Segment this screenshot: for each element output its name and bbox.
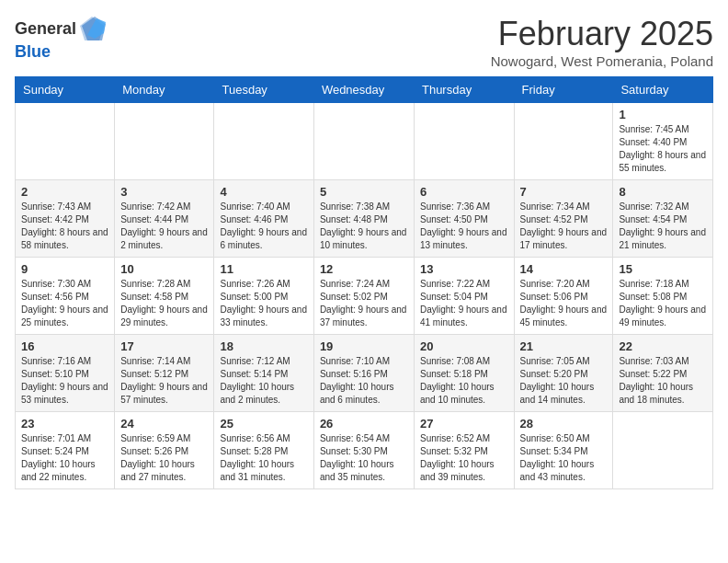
day-number: 3 bbox=[120, 185, 208, 199]
calendar-cell: 26Sunrise: 6:54 AM Sunset: 5:30 PM Dayli… bbox=[313, 412, 414, 489]
day-info: Sunrise: 6:59 AM Sunset: 5:26 PM Dayligh… bbox=[120, 432, 208, 484]
calendar-cell: 8Sunrise: 7:32 AM Sunset: 4:54 PM Daylig… bbox=[613, 180, 713, 258]
calendar-cell: 5Sunrise: 7:38 AM Sunset: 4:48 PM Daylig… bbox=[313, 180, 414, 258]
calendar-cell: 11Sunrise: 7:26 AM Sunset: 5:00 PM Dayli… bbox=[214, 258, 313, 335]
calendar-cell: 23Sunrise: 7:01 AM Sunset: 5:24 PM Dayli… bbox=[16, 412, 115, 489]
day-info: Sunrise: 7:20 AM Sunset: 5:06 PM Dayligh… bbox=[520, 278, 608, 329]
day-number: 14 bbox=[520, 262, 608, 276]
calendar-cell: 9Sunrise: 7:30 AM Sunset: 4:56 PM Daylig… bbox=[16, 258, 115, 335]
calendar-cell bbox=[214, 103, 313, 180]
day-info: Sunrise: 7:43 AM Sunset: 4:42 PM Dayligh… bbox=[21, 201, 108, 252]
day-number: 27 bbox=[420, 417, 508, 431]
day-number: 17 bbox=[120, 339, 208, 353]
col-header-sunday: Sunday bbox=[16, 77, 115, 103]
calendar-cell: 25Sunrise: 6:56 AM Sunset: 5:28 PM Dayli… bbox=[214, 412, 313, 489]
calendar-cell: 2Sunrise: 7:43 AM Sunset: 4:42 PM Daylig… bbox=[16, 180, 115, 258]
day-info: Sunrise: 7:01 AM Sunset: 5:24 PM Dayligh… bbox=[21, 432, 108, 484]
day-number: 21 bbox=[520, 339, 608, 353]
day-number: 15 bbox=[619, 262, 707, 276]
logo-text-general: General bbox=[15, 19, 76, 39]
calendar-cell bbox=[514, 103, 613, 180]
calendar-cell: 14Sunrise: 7:20 AM Sunset: 5:06 PM Dayli… bbox=[514, 258, 613, 335]
day-info: Sunrise: 7:36 AM Sunset: 4:50 PM Dayligh… bbox=[420, 201, 508, 252]
day-info: Sunrise: 7:05 AM Sunset: 5:20 PM Dayligh… bbox=[520, 355, 608, 407]
calendar-cell: 28Sunrise: 6:50 AM Sunset: 5:34 PM Dayli… bbox=[514, 412, 613, 489]
col-header-saturday: Saturday bbox=[613, 77, 713, 103]
calendar-week-0: 1Sunrise: 7:45 AM Sunset: 4:40 PM Daylig… bbox=[16, 103, 713, 180]
day-info: Sunrise: 6:50 AM Sunset: 5:34 PM Dayligh… bbox=[520, 432, 608, 484]
calendar-cell: 13Sunrise: 7:22 AM Sunset: 5:04 PM Dayli… bbox=[414, 258, 514, 335]
day-number: 22 bbox=[619, 339, 707, 353]
calendar-cell: 17Sunrise: 7:14 AM Sunset: 5:12 PM Dayli… bbox=[115, 335, 214, 412]
calendar-cell: 12Sunrise: 7:24 AM Sunset: 5:02 PM Dayli… bbox=[313, 258, 414, 335]
calendar-cell: 16Sunrise: 7:16 AM Sunset: 5:10 PM Dayli… bbox=[16, 335, 115, 412]
day-number: 11 bbox=[220, 262, 307, 276]
day-number: 20 bbox=[420, 339, 508, 353]
day-number: 12 bbox=[320, 262, 408, 276]
day-number: 4 bbox=[220, 185, 307, 199]
calendar-week-3: 16Sunrise: 7:16 AM Sunset: 5:10 PM Dayli… bbox=[16, 335, 713, 412]
col-header-wednesday: Wednesday bbox=[313, 77, 414, 103]
logo: General Blue bbox=[15, 15, 106, 62]
calendar-cell: 4Sunrise: 7:40 AM Sunset: 4:46 PM Daylig… bbox=[214, 180, 313, 258]
calendar-subtitle: Nowogard, West Pomerania, Poland bbox=[491, 53, 713, 69]
calendar-cell: 7Sunrise: 7:34 AM Sunset: 4:52 PM Daylig… bbox=[514, 180, 613, 258]
col-header-thursday: Thursday bbox=[414, 77, 514, 103]
col-header-monday: Monday bbox=[115, 77, 214, 103]
day-info: Sunrise: 7:45 AM Sunset: 4:40 PM Dayligh… bbox=[619, 123, 707, 175]
day-number: 13 bbox=[420, 262, 508, 276]
calendar-cell: 1Sunrise: 7:45 AM Sunset: 4:40 PM Daylig… bbox=[613, 103, 713, 180]
day-info: Sunrise: 7:18 AM Sunset: 5:08 PM Dayligh… bbox=[619, 278, 707, 329]
calendar-week-1: 2Sunrise: 7:43 AM Sunset: 4:42 PM Daylig… bbox=[16, 180, 713, 258]
calendar-cell: 20Sunrise: 7:08 AM Sunset: 5:18 PM Dayli… bbox=[414, 335, 514, 412]
calendar-cell: 21Sunrise: 7:05 AM Sunset: 5:20 PM Dayli… bbox=[514, 335, 613, 412]
day-info: Sunrise: 7:16 AM Sunset: 5:10 PM Dayligh… bbox=[21, 355, 108, 407]
day-number: 5 bbox=[320, 185, 408, 199]
logo-text-blue: Blue bbox=[15, 42, 51, 61]
title-area: February 2025 Nowogard, West Pomerania, … bbox=[491, 15, 713, 69]
calendar-week-2: 9Sunrise: 7:30 AM Sunset: 4:56 PM Daylig… bbox=[16, 258, 713, 335]
day-info: Sunrise: 6:54 AM Sunset: 5:30 PM Dayligh… bbox=[320, 432, 408, 484]
calendar-cell: 27Sunrise: 6:52 AM Sunset: 5:32 PM Dayli… bbox=[414, 412, 514, 489]
calendar-table: SundayMondayTuesdayWednesdayThursdayFrid… bbox=[15, 76, 713, 489]
day-info: Sunrise: 7:22 AM Sunset: 5:04 PM Dayligh… bbox=[420, 278, 508, 329]
day-info: Sunrise: 7:26 AM Sunset: 5:00 PM Dayligh… bbox=[220, 278, 307, 329]
day-number: 16 bbox=[21, 339, 108, 353]
day-info: Sunrise: 6:52 AM Sunset: 5:32 PM Dayligh… bbox=[420, 432, 508, 484]
calendar-cell bbox=[613, 412, 713, 489]
calendar-cell: 19Sunrise: 7:10 AM Sunset: 5:16 PM Dayli… bbox=[313, 335, 414, 412]
day-number: 26 bbox=[320, 417, 408, 431]
day-info: Sunrise: 7:12 AM Sunset: 5:14 PM Dayligh… bbox=[220, 355, 307, 407]
calendar-week-4: 23Sunrise: 7:01 AM Sunset: 5:24 PM Dayli… bbox=[16, 412, 713, 489]
day-info: Sunrise: 7:10 AM Sunset: 5:16 PM Dayligh… bbox=[320, 355, 408, 407]
day-number: 18 bbox=[220, 339, 307, 353]
day-number: 2 bbox=[21, 185, 108, 199]
calendar-cell: 22Sunrise: 7:03 AM Sunset: 5:22 PM Dayli… bbox=[613, 335, 713, 412]
day-number: 8 bbox=[619, 185, 707, 199]
calendar-cell: 24Sunrise: 6:59 AM Sunset: 5:26 PM Dayli… bbox=[115, 412, 214, 489]
day-number: 19 bbox=[320, 339, 408, 353]
col-header-tuesday: Tuesday bbox=[214, 77, 313, 103]
day-info: Sunrise: 7:14 AM Sunset: 5:12 PM Dayligh… bbox=[120, 355, 208, 407]
day-info: Sunrise: 7:08 AM Sunset: 5:18 PM Dayligh… bbox=[420, 355, 508, 407]
day-number: 7 bbox=[520, 185, 608, 199]
day-info: Sunrise: 7:28 AM Sunset: 4:58 PM Dayligh… bbox=[120, 278, 208, 329]
calendar-title: February 2025 bbox=[491, 15, 713, 53]
calendar-cell: 15Sunrise: 7:18 AM Sunset: 5:08 PM Dayli… bbox=[613, 258, 713, 335]
col-header-friday: Friday bbox=[514, 77, 613, 103]
day-info: Sunrise: 7:38 AM Sunset: 4:48 PM Dayligh… bbox=[320, 201, 408, 252]
day-number: 25 bbox=[220, 417, 307, 431]
day-info: Sunrise: 7:30 AM Sunset: 4:56 PM Dayligh… bbox=[21, 278, 108, 329]
day-number: 1 bbox=[619, 108, 707, 121]
day-number: 24 bbox=[120, 417, 208, 431]
calendar-cell: 3Sunrise: 7:42 AM Sunset: 4:44 PM Daylig… bbox=[115, 180, 214, 258]
calendar-cell bbox=[16, 103, 115, 180]
header: General Blue February 2025 Nowogard, Wes… bbox=[15, 15, 713, 69]
day-number: 9 bbox=[21, 262, 108, 276]
calendar-cell: 6Sunrise: 7:36 AM Sunset: 4:50 PM Daylig… bbox=[414, 180, 514, 258]
day-number: 28 bbox=[520, 417, 608, 431]
day-number: 23 bbox=[21, 417, 108, 431]
calendar-cell: 10Sunrise: 7:28 AM Sunset: 4:58 PM Dayli… bbox=[115, 258, 214, 335]
calendar-cell bbox=[414, 103, 514, 180]
calendar-cell: 18Sunrise: 7:12 AM Sunset: 5:14 PM Dayli… bbox=[214, 335, 313, 412]
